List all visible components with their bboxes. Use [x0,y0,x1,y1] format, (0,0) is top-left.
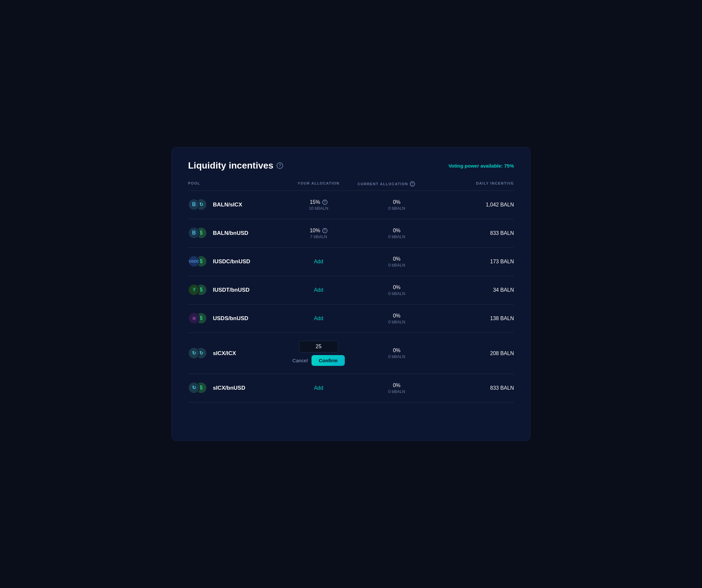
voting-power-display: Voting power available: 75% [448,163,514,169]
title-help-icon[interactable]: ? [276,162,283,169]
usds-icon: ◎ [188,312,200,324]
pool-row: B $ BALN/bnUSD 10% ? 7 bBALN 0% 0 bBALN … [188,219,514,248]
allocation-cell: Add [279,385,358,391]
allocation-help-icon[interactable]: ? [322,200,328,205]
voting-power-value: 75% [504,163,514,169]
pool-name: sICX/bnUSD [213,385,245,391]
daily-cell: 138 BALN [436,315,514,321]
allocation-cell: Add [279,259,358,265]
column-headers: POOL YOUR ALLOCATION CURRENT ALLOCATION … [188,181,514,191]
input-buttons: Cancel Confirm [292,355,345,366]
baln-icon: B [188,199,200,210]
pool-icons: USDC $ [188,256,208,268]
current-cell: 0% 0 bBALN [358,313,436,324]
add-link[interactable]: Add [279,385,358,391]
current-cell: 0% 0 bBALN [358,285,436,296]
daily-cell: 833 BALN [436,230,514,236]
current-cell: 0% 0 bBALN [358,199,436,211]
iusdt-icon: ₮ [188,284,200,296]
pool-icons: ◎ $ [188,312,208,325]
allocation-help-icon[interactable]: ? [322,228,328,233]
sicx-icon-first: ↻ [188,347,200,359]
current-cell: 0% 0 bBALN [358,256,436,268]
allocation-cell: 10% ? 7 bBALN [279,228,358,239]
cancel-button[interactable]: Cancel [292,358,308,363]
col-pool: POOL [188,181,279,187]
title-row: Liquidity incentives ? [188,161,283,171]
liquidity-incentives-card: Liquidity incentives ? Voting power avai… [171,147,531,441]
pool-info-usds-bnusd: ◎ $ USDS/bnUSD [188,312,279,325]
col-current-allocation: CURRENT ALLOCATION ? [358,181,436,187]
pool-row: ◎ $ USDS/bnUSD Add 0% 0 bBALN 138 BALN [188,304,514,333]
pool-info-sicx-icx: ↻ ↻ sICX/ICX [188,347,279,360]
pool-info-baln-bnusd: B $ BALN/bnUSD [188,227,279,239]
pool-row: USDC $ IUSDC/bnUSD Add 0% 0 bBALN 173 BA… [188,248,514,276]
add-link[interactable]: Add [279,287,358,293]
page-title: Liquidity incentives [188,161,273,171]
pool-row: ↻ $ sICX/bnUSD Add 0% 0 bBALN 833 BALN [188,374,514,402]
iusdc-icon: USDC [188,256,200,267]
daily-cell: 208 BALN [436,351,514,357]
current-cell: 0% 0 bBALN [358,228,436,239]
current-cell: 0% 0 bBALN [358,348,436,359]
pool-icons: B $ [188,227,208,239]
pool-icons: ↻ ↻ [188,347,208,360]
input-row: Cancel Confirm [279,341,358,366]
col-your-allocation: YOUR ALLOCATION [279,181,358,187]
pool-name: IUSDT/bnUSD [213,287,249,293]
baln-icon: B [188,227,200,239]
sicx-icon: ↻ [188,382,200,394]
daily-cell: 1,042 BALN [436,202,514,208]
allocation-cell: Add [279,315,358,321]
pool-name: USDS/bnUSD [213,315,248,322]
pool-info-iusdt-bnusd: ₮ $ IUSDT/bnUSD [188,284,279,296]
allocation-cell: Add [279,287,358,293]
daily-cell: 173 BALN [436,259,514,265]
pool-row: ₮ $ IUSDT/bnUSD Add 0% 0 bBALN 34 BALN [188,276,514,304]
current-allocation-help-icon[interactable]: ? [410,181,415,187]
pool-info-sicx-bnusd: ↻ $ sICX/bnUSD [188,382,279,394]
allocation-input[interactable] [299,341,338,353]
pool-name: sICX/ICX [213,350,236,357]
allocation-cell: 15% ? 10 bBALN [279,199,358,211]
add-link[interactable]: Add [279,259,358,265]
pool-name: BALN/sICX [213,202,242,208]
daily-cell: 34 BALN [436,287,514,293]
col-daily-incentive: DAILY INCENTIVE [436,181,514,187]
pool-icons: ₮ $ [188,284,208,296]
pool-name: BALN/bnUSD [213,230,248,236]
confirm-button[interactable]: Confirm [312,355,345,366]
add-link[interactable]: Add [279,315,358,321]
current-cell: 0% 0 bBALN [358,383,436,394]
pool-info-iusdc-bnusd: USDC $ IUSDC/bnUSD [188,256,279,268]
pool-name: IUSDC/bnUSD [213,259,250,265]
pool-icons: ↻ $ [188,382,208,394]
pool-row-sicx-icx: ↻ ↻ sICX/ICX Cancel Confirm 0% 0 bBALN 2… [188,333,514,374]
pool-row: B ↻ BALN/sICX 15% ? 10 bBALN 0% 0 bBALN … [188,191,514,219]
allocation-input-cell: Cancel Confirm [279,341,358,366]
header: Liquidity incentives ? Voting power avai… [188,161,514,171]
pool-info-baln-sicx: B ↻ BALN/sICX [188,199,279,211]
daily-cell: 833 BALN [436,385,514,391]
pool-icons: B ↻ [188,199,208,211]
